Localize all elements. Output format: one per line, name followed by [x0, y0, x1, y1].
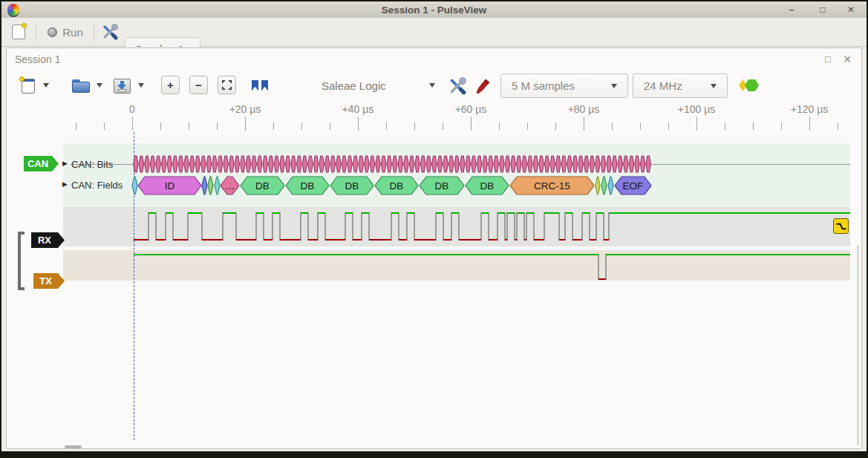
decoder-hexagon-icon — [745, 79, 759, 91]
vertical-scrollbar-handle[interactable] — [857, 245, 859, 445]
ruler-major-tick — [471, 117, 471, 131]
rx-signal-segment — [544, 212, 559, 214]
rx-signal-segment — [301, 212, 308, 214]
rx-signal-edge — [235, 212, 237, 241]
dock-float-button[interactable]: □ — [821, 53, 835, 66]
expander-icon[interactable]: ▶ — [62, 160, 68, 167]
plus-icon: + — [167, 79, 174, 91]
zoom-fit-button[interactable] — [218, 76, 236, 94]
sample-count-select[interactable]: 5 M samples — [500, 73, 628, 98]
rx-signal-segment — [596, 212, 604, 214]
pulseview-window: Session 1 - PulseView – □ ✕ Run Session … — [0, 0, 868, 458]
rx-signal-edge — [544, 212, 545, 241]
rx-signal-segment — [572, 239, 582, 241]
rx-signal-edge — [345, 212, 346, 241]
rx-signal-segment — [399, 239, 407, 241]
sample-rate-select[interactable]: 24 MHz — [633, 73, 728, 98]
ruler-label: +40 µs — [342, 103, 374, 115]
show-cursors-button[interactable] — [249, 77, 270, 94]
rx-signal-edge — [255, 212, 257, 241]
rx-signal-edge — [595, 212, 597, 241]
save-file-dropdown-caret[interactable] — [138, 83, 144, 88]
sample-count-value: 5 M samples — [512, 79, 575, 92]
rx-signal-segment — [609, 212, 850, 214]
svg-text:DB: DB — [301, 180, 315, 192]
ruler-major-tick — [809, 117, 810, 131]
channel-tag-rx[interactable]: RX — [31, 232, 65, 248]
rx-signal-edge — [533, 212, 535, 241]
ruler-label: 0 — [129, 103, 135, 115]
open-file-button[interactable] — [70, 76, 92, 96]
rx-signal-edge — [526, 212, 527, 241]
rx-signal-segment — [604, 239, 609, 241]
rx-signal-segment — [436, 212, 443, 214]
can-fields-annotations: ID…DBDBDBDBDBDBCRC-15EOF — [131, 176, 658, 195]
rx-signal-edge — [458, 212, 460, 241]
rx-signal-edge — [516, 212, 518, 241]
dock-close-button[interactable]: ✕ — [841, 53, 854, 66]
rx-signal-segment — [481, 212, 489, 214]
trigger-falling-edge-icon[interactable] — [833, 218, 849, 234]
horizontal-scrollbar-handle[interactable] — [65, 445, 82, 448]
cursor-flag-icon — [261, 80, 268, 91]
tx-signal-segment — [134, 254, 598, 255]
save-file-button[interactable] — [111, 76, 133, 96]
rx-signal-segment — [173, 239, 188, 241]
svg-text:DB: DB — [390, 180, 404, 192]
rx-signal-edge — [488, 212, 489, 241]
ruler-major-tick — [696, 117, 697, 131]
open-file-dropdown-caret[interactable] — [97, 83, 102, 88]
tx-signal-segment — [598, 278, 606, 280]
rx-signal-segment — [590, 239, 596, 241]
channel-tag-tx[interactable]: TX — [33, 273, 65, 289]
rx-signal-edge — [272, 212, 273, 241]
rx-signal-segment — [166, 212, 173, 214]
ruler-label: +120 µs — [791, 103, 829, 115]
rx-signal-edge — [406, 212, 408, 241]
ruler-minor-tick — [386, 122, 387, 130]
rx-signal-edge — [497, 212, 498, 241]
new-file-button[interactable] — [18, 76, 39, 96]
ruler-minor-tick — [330, 122, 330, 130]
device-dropdown-caret[interactable] — [429, 83, 435, 88]
rx-signal-segment — [156, 239, 166, 241]
sample-rate-value: 24 MHz — [644, 79, 682, 92]
add-decoder-button[interactable] — [738, 79, 760, 92]
rx-signal-segment — [188, 212, 202, 214]
rx-signal-edge — [263, 212, 264, 241]
zoom-out-button[interactable]: − — [189, 76, 208, 94]
ruler-label: +20 µs — [229, 103, 261, 115]
ruler-minor-tick — [189, 122, 189, 130]
can-bits-annotations — [133, 155, 653, 173]
expander-icon[interactable]: ▶ — [62, 180, 68, 188]
rx-signal-segment — [325, 239, 345, 241]
rx-signal-edge — [324, 212, 326, 241]
ruler-minor-tick — [753, 122, 754, 130]
ruler-minor-tick — [781, 122, 782, 130]
ruler-minor-tick — [612, 122, 613, 130]
ruler-minor-tick — [104, 122, 105, 130]
channels-button[interactable] — [473, 76, 494, 96]
rx-signal-segment — [443, 239, 451, 241]
decoder-tag-can[interactable]: CAN — [24, 156, 59, 171]
rx-signal-edge — [435, 212, 437, 241]
rx-signal-segment — [489, 239, 497, 241]
rx-signal-segment — [256, 212, 264, 214]
rx-signal-edge — [300, 212, 301, 241]
ruler-minor-tick — [725, 122, 725, 130]
ruler-minor-tick — [160, 122, 161, 130]
zoom-in-button[interactable]: + — [161, 76, 180, 94]
row-label-can-bits: CAN: Bits — [71, 159, 113, 170]
svg-text:DB: DB — [435, 180, 449, 192]
rx-signal-segment — [515, 239, 517, 241]
rx-signal-segment — [534, 239, 544, 241]
svg-text:…: … — [225, 180, 235, 192]
rx-signal-segment — [149, 212, 156, 214]
device-selector[interactable]: Saleae Logic — [322, 79, 386, 92]
configure-device-button[interactable] — [446, 76, 469, 96]
ruler-minor-tick — [668, 122, 669, 130]
tx-signal-segment — [606, 254, 850, 255]
trace-group-bracket[interactable] — [18, 232, 25, 290]
rx-signal-edge — [172, 212, 174, 241]
new-file-dropdown-caret[interactable] — [43, 83, 49, 88]
